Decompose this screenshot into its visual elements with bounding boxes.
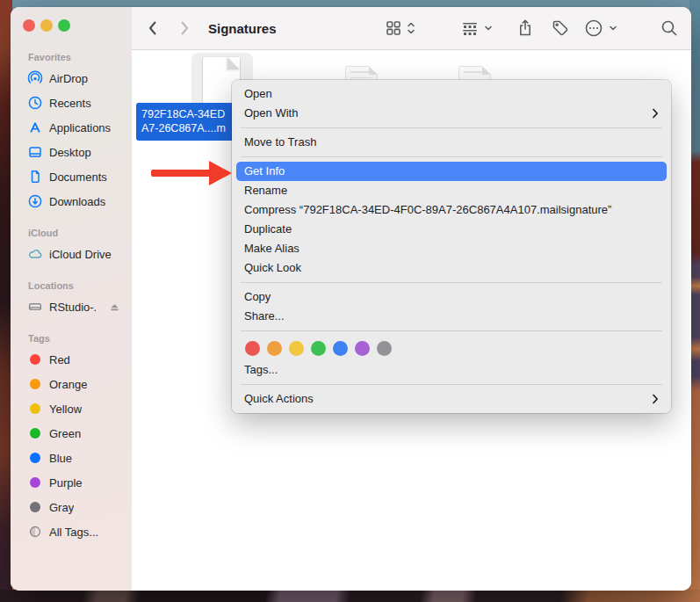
sidebar-item-label: Applications (49, 121, 111, 134)
tag-color-green[interactable] (311, 341, 326, 356)
forward-button[interactable] (176, 7, 193, 49)
file-browser-area: 792F18CA-34ED A7-26C867A....m Open Open … (132, 50, 691, 591)
sidebar-item-label: Documents (49, 170, 107, 184)
window-title: Signatures (208, 7, 277, 49)
cloud-icon (27, 246, 43, 262)
menu-item-rename[interactable]: Rename (232, 181, 671, 200)
clock-icon (27, 95, 43, 111)
selected-file-name[interactable]: 792F18CA-34ED A7-26C867A....m (136, 103, 235, 141)
sidebar-item-label: Purple (49, 476, 83, 490)
menu-item-duplicate[interactable]: Duplicate (232, 220, 671, 239)
sidebar-list: Favorites AirDrop (11, 32, 132, 544)
minimize-button[interactable] (40, 19, 53, 32)
sidebar-item-documents[interactable]: Documents (11, 164, 132, 189)
sidebar-item-rstudio-disk[interactable]: RStudio-... (11, 294, 132, 319)
applications-icon (27, 120, 43, 135)
menu-item-move-to-trash[interactable]: Move to Trash (232, 133, 671, 152)
tag-button[interactable] (551, 7, 570, 49)
sidebar-item-tag-yellow[interactable]: Yellow (11, 396, 132, 421)
sidebar-item-airdrop[interactable]: AirDrop (11, 66, 132, 91)
sidebar-section-locations: Locations (11, 279, 132, 293)
more-actions-button[interactable] (583, 7, 618, 49)
sidebar-item-label: Yellow (49, 403, 82, 416)
view-grid-button[interactable] (385, 7, 416, 49)
ellipsis-circle-icon (583, 18, 604, 39)
sidebar-item-label: Recents (49, 97, 91, 110)
menu-item-compress[interactable]: Compress “792F18CA-34ED-4F0C-89A7-26C867… (232, 200, 671, 220)
sidebar-item-label: All Tags... (49, 526, 98, 539)
submenu-chevron-icon (652, 108, 659, 119)
sidebar-item-downloads[interactable]: Downloads (11, 189, 132, 214)
menu-item-copy[interactable]: Copy (232, 287, 671, 307)
sidebar-item-tag-blue[interactable]: Blue (11, 446, 132, 470)
arrow-head (209, 161, 232, 185)
sidebar-item-tag-orange[interactable]: Orange (11, 372, 132, 396)
file-name-line1: 792F18CA-34ED (141, 107, 235, 121)
sidebar-item-tag-red[interactable]: Red (11, 347, 132, 372)
arrow-shaft (151, 170, 213, 177)
sidebar-item-label: Downloads (49, 195, 105, 208)
sidebar-item-icloud-drive[interactable]: iCloud Drive (11, 242, 132, 266)
sidebar-item-all-tags[interactable]: All Tags... (11, 519, 132, 544)
finder-window: Favorites AirDrop (11, 7, 691, 591)
tag-dot-blue (27, 450, 43, 466)
sidebar-item-label: RStudio-... (49, 301, 96, 314)
tag-color-red[interactable] (245, 341, 260, 356)
back-button[interactable] (144, 7, 162, 49)
sidebar-item-applications[interactable]: Applications (11, 115, 132, 140)
menu-separator (241, 330, 662, 331)
menu-tag-colors (232, 336, 671, 360)
all-tags-icon (27, 524, 43, 540)
airdrop-icon (27, 70, 43, 86)
sidebar-item-label: AirDrop (49, 72, 88, 85)
tag-color-gray[interactable] (377, 341, 392, 356)
group-by-button[interactable] (460, 7, 494, 49)
menu-item-tags[interactable]: Tags... (232, 360, 671, 380)
chevron-down-icon (608, 19, 618, 37)
chevron-down-icon (483, 19, 494, 37)
share-button[interactable] (516, 7, 534, 49)
tag-color-purple[interactable] (355, 341, 370, 356)
wallpaper-bottom-edge (0, 590, 700, 602)
menu-separator (241, 127, 662, 128)
sidebar-section-favorites: Favorites (11, 50, 132, 64)
zoom-button[interactable] (58, 19, 70, 32)
traffic-lights (23, 19, 70, 32)
sidebar-item-recents[interactable]: Recents (11, 91, 132, 115)
tag-dot-green (27, 425, 43, 441)
search-button[interactable] (660, 7, 679, 49)
search-icon (660, 18, 679, 38)
sidebar-section-tags: Tags (11, 331, 132, 345)
menu-separator (241, 384, 662, 385)
tag-color-blue[interactable] (333, 341, 348, 356)
close-button[interactable] (23, 19, 35, 32)
sidebar-item-label: Green (49, 427, 81, 440)
sidebar-item-label: Desktop (49, 146, 91, 159)
tag-dot-yellow (27, 401, 43, 417)
desktop-icon (27, 144, 43, 160)
tag-color-yellow[interactable] (289, 341, 304, 356)
sidebar-item-tag-green[interactable]: Green (11, 421, 132, 446)
sidebar: Favorites AirDrop (11, 7, 132, 591)
menu-item-open[interactable]: Open (232, 84, 671, 104)
submenu-chevron-icon (652, 394, 659, 404)
menu-item-quick-look[interactable]: Quick Look (232, 258, 671, 278)
sidebar-item-desktop[interactable]: Desktop (11, 140, 132, 164)
chevron-up-down-icon (406, 19, 416, 37)
sidebar-item-label: Gray (49, 501, 74, 514)
file-name-line2: A7-26C867A....m (141, 121, 235, 135)
menu-item-share[interactable]: Share... (232, 307, 671, 326)
menu-item-make-alias[interactable]: Make Alias (232, 239, 671, 258)
sidebar-item-tag-purple[interactable]: Purple (11, 470, 132, 495)
menu-item-get-info[interactable]: Get Info (236, 162, 667, 181)
sidebar-item-label: iCloud Drive (49, 248, 112, 261)
tag-dot-orange (27, 376, 43, 392)
document-icon (27, 169, 43, 185)
sidebar-item-tag-gray[interactable]: Gray (11, 495, 132, 519)
eject-icon[interactable] (108, 301, 121, 314)
sidebar-section-icloud: iCloud (11, 226, 132, 240)
menu-item-quick-actions[interactable]: Quick Actions (232, 389, 671, 409)
tag-color-orange[interactable] (267, 341, 282, 356)
menu-item-open-with[interactable]: Open With (232, 104, 671, 123)
sidebar-item-label: Red (49, 353, 70, 366)
